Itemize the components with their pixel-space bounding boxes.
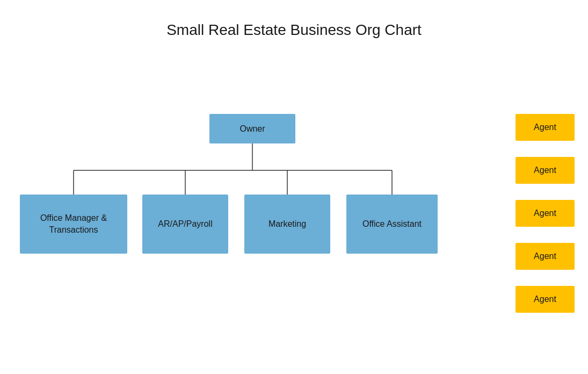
page: Small Real Estate Business Org Chart Own… xyxy=(0,0,588,374)
agent-box-1: Agent xyxy=(516,114,575,141)
owner-box: Owner xyxy=(209,114,295,143)
office-assistant-box: Office Assistant xyxy=(346,195,438,254)
agent-box-2: Agent xyxy=(516,157,575,184)
arap-box: AR/AP/Payroll xyxy=(142,195,228,254)
marketing-box: Marketing xyxy=(244,195,330,254)
agent-box-3: Agent xyxy=(516,200,575,227)
org-chart: Owner Office Manager & Transactions AR/A… xyxy=(0,98,588,374)
agent-box-5: Agent xyxy=(516,286,575,313)
agent-box-4: Agent xyxy=(516,243,575,270)
office-manager-box: Office Manager & Transactions xyxy=(20,195,127,254)
page-title: Small Real Estate Business Org Chart xyxy=(0,0,588,44)
